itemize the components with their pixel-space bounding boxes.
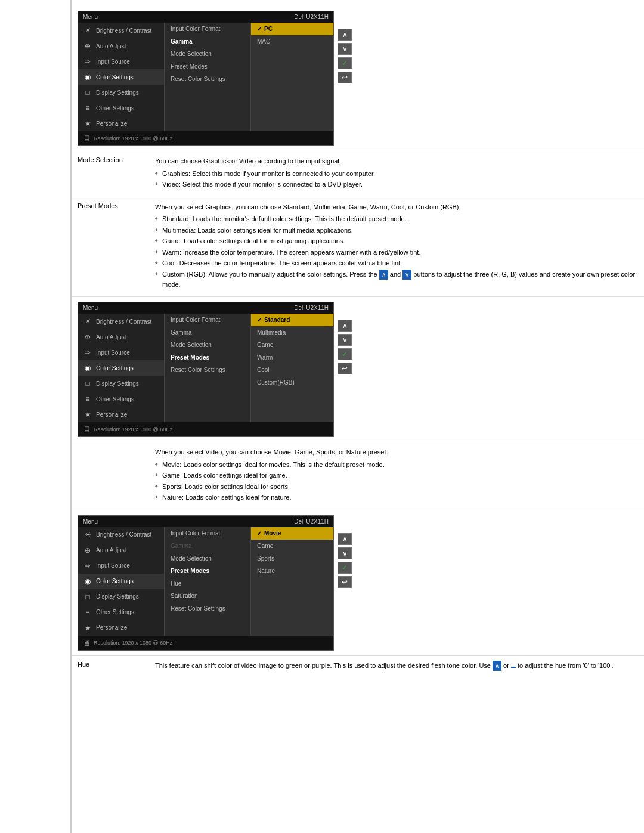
input-icon-1: ⇨ [83, 57, 92, 66]
value-standard[interactable]: ✓ Standard [251, 314, 333, 326]
menu-item-other-2[interactable]: ≡Other Settings [78, 391, 164, 407]
menu-item-brightness-1[interactable]: ☀Brightness / Contrast [78, 23, 164, 38]
submenu-mode-2[interactable]: Mode Selection [165, 339, 250, 351]
monitor3-block: Menu Dell U2X11H ☀Brightness / Contrast … [72, 510, 644, 656]
value-custom-rgb[interactable]: Custom(RGB) [251, 376, 333, 389]
osd-window-2: Menu Dell U2X11H ☀Brightness / Contrast … [78, 302, 334, 437]
mode-selection-content: You can choose Graphics or Video accordi… [149, 156, 644, 192]
nav-down-2[interactable]: ∨ [338, 334, 352, 346]
display-icon-2: □ [83, 379, 92, 388]
osd-footer-1: 🖥 Resolution: 1920 x 1080 @ 60Hz [78, 131, 333, 145]
submenu-reset-3[interactable]: Reset Color Settings [165, 602, 250, 615]
value-nature[interactable]: Nature [251, 565, 333, 577]
hue-section: Hue This feature can shift color of vide… [72, 656, 644, 676]
menu-item-display-3[interactable]: □Display Settings [78, 589, 164, 605]
menu-item-brightness-2[interactable]: ☀Brightness / Contrast [78, 314, 164, 329]
auto-icon-3: ⊕ [83, 546, 92, 555]
nav-down-3[interactable]: ∨ [338, 547, 352, 559]
nav-buttons-2: ∧ ∨ ✓ ↩ [338, 302, 352, 374]
menu-item-auto-2[interactable]: ⊕Auto Adjust [78, 329, 164, 345]
other-icon-3: ≡ [83, 608, 92, 617]
other-icon-2: ≡ [83, 394, 92, 404]
value-game-2[interactable]: Game [251, 339, 333, 351]
menu-item-input-3[interactable]: ⇨Input Source [78, 558, 164, 574]
submenu-input-color-1[interactable]: Input Color Format [165, 23, 250, 35]
star-icon-2: ★ [83, 410, 92, 419]
hue-desc: This feature can shift color of video im… [155, 661, 614, 671]
menu-item-color-3[interactable]: ◉Color Settings [78, 574, 164, 589]
value-warm[interactable]: Warm [251, 351, 333, 364]
value-movie[interactable]: ✓ Movie [251, 527, 333, 540]
menu-item-brightness-3[interactable]: ☀Brightness / Contrast [78, 527, 164, 543]
submenu-reset-2[interactable]: Reset Color Settings [165, 364, 250, 376]
submenu-preset-3[interactable]: Preset Modes [165, 565, 250, 577]
content-area: Menu Dell U2X11H ☀Brightness / Contrast … [72, 0, 644, 833]
submenu-mode-3[interactable]: Mode Selection [165, 552, 250, 565]
brightness-icon-1: ☀ [83, 26, 92, 35]
submenu-reset-1[interactable]: Reset Color Settings [165, 73, 250, 85]
mode-selection-section: Mode Selection You can choose Graphics o… [72, 151, 644, 197]
resolution-3: Resolution: 1920 x 1080 @ 60Hz [94, 640, 172, 646]
nav-back-2[interactable]: ↩ [338, 363, 352, 374]
menu-item-auto-1[interactable]: ⊕Auto Adjust [78, 38, 164, 54]
mode-selection-item-2: Video: Select this mode if your monitor … [155, 179, 638, 190]
nav-up-1[interactable]: ∧ [338, 29, 352, 41]
submenu-gamma-1[interactable]: Gamma [165, 35, 250, 48]
preset-modes-desc: When you select Graphics, you can choose… [155, 202, 638, 212]
nav-back-3[interactable]: ↩ [338, 576, 352, 588]
preset-warm: Warm: Increase the color temperature. Th… [155, 247, 638, 258]
submenu-gamma-3[interactable]: Gamma [165, 540, 250, 552]
mode-selection-label: Mode Selection [72, 156, 149, 192]
display-icon-3: □ [83, 592, 92, 602]
value-sports[interactable]: Sports [251, 552, 333, 565]
video-sports: Sports: Loads color settings ideal for s… [155, 482, 638, 492]
value-mac[interactable]: MAC [251, 35, 333, 48]
menu-item-display-1[interactable]: □Display Settings [78, 85, 164, 100]
menu-item-input-1[interactable]: ⇨Input Source [78, 54, 164, 69]
menu-item-input-2[interactable]: ⇨Input Source [78, 345, 164, 360]
resolution-2: Resolution: 1920 x 1080 @ 60Hz [94, 426, 172, 432]
resolution-1: Resolution: 1920 x 1080 @ 60Hz [94, 135, 172, 141]
menu-item-personalize-1[interactable]: ★Personalize [78, 116, 164, 131]
menu-item-color-1[interactable]: ◉Color Settings [78, 69, 164, 85]
value-cool[interactable]: Cool [251, 364, 333, 376]
check-icon-std: ✓ [257, 317, 262, 323]
menu-item-personalize-2[interactable]: ★Personalize [78, 407, 164, 422]
submenu-input-color-3[interactable]: Input Color Format [165, 527, 250, 540]
value-pc[interactable]: ✓ PC [251, 23, 333, 35]
submenu-mode-1[interactable]: Mode Selection [165, 48, 250, 60]
nav-check-2[interactable]: ✓ [338, 348, 352, 360]
menu-item-other-1[interactable]: ≡Other Settings [78, 100, 164, 116]
hue-content: This feature can shift color of video im… [149, 661, 644, 671]
value-game-3[interactable]: Game [251, 540, 333, 552]
menu-item-color-2[interactable]: ◉Color Settings [78, 360, 164, 376]
value-multimedia[interactable]: Multimedia [251, 326, 333, 339]
menu-item-personalize-3[interactable]: ★Personalize [78, 620, 164, 636]
check-icon-pc: ✓ [257, 26, 262, 32]
auto-icon-1: ⊕ [83, 41, 92, 51]
submenu-saturation-3[interactable]: Saturation [165, 590, 250, 602]
submenu-hue-3[interactable]: Hue [165, 577, 250, 590]
nav-down-1[interactable]: ∨ [338, 43, 352, 55]
up-arrow-btn: ∧ [379, 270, 388, 280]
menu-item-auto-3[interactable]: ⊕Auto Adjust [78, 543, 164, 558]
nav-check-1[interactable]: ✓ [338, 57, 352, 69]
preset-modes-content: When you select Graphics, you can choose… [149, 202, 644, 292]
submenu-input-color-2[interactable]: Input Color Format [165, 314, 250, 326]
menu-item-display-2[interactable]: □Display Settings [78, 376, 164, 391]
submenu-preset-2[interactable]: Preset Modes [165, 351, 250, 364]
color-icon-2: ◉ [83, 363, 92, 373]
osd-footer-3: 🖥 Resolution: 1920 x 1080 @ 60Hz [78, 636, 333, 650]
osd-brand-1: Dell U2X11H [294, 14, 329, 20]
nav-up-2[interactable]: ∧ [338, 320, 352, 332]
menu-item-other-3[interactable]: ≡Other Settings [78, 605, 164, 620]
submenu-gamma-2[interactable]: Gamma [165, 326, 250, 339]
submenu-preset-1[interactable]: Preset Modes [165, 60, 250, 73]
nav-check-3[interactable]: ✓ [338, 562, 352, 574]
nav-back-1[interactable]: ↩ [338, 72, 352, 83]
osd-header-1: Menu Dell U2X11H [78, 11, 333, 23]
nav-buttons-1: ∧ ∨ ✓ ↩ [338, 11, 352, 83]
mode-selection-desc: You can choose Graphics or Video accordi… [155, 156, 638, 166]
monitor-icon-2: 🖥 [83, 425, 91, 434]
nav-up-3[interactable]: ∧ [338, 533, 352, 545]
